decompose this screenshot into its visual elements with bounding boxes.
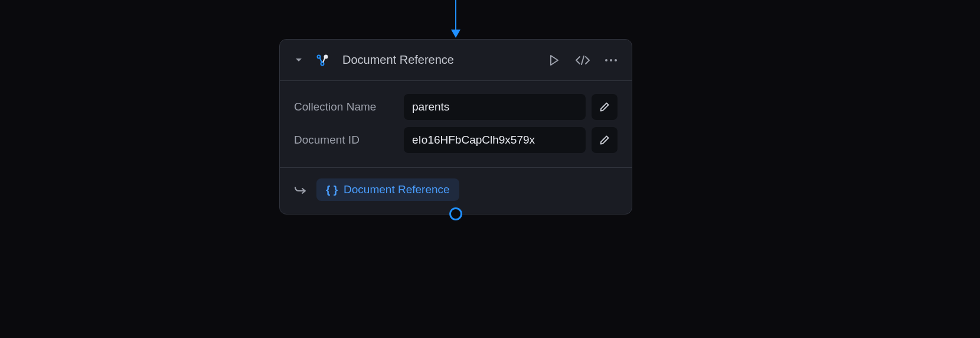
field-row-document-id: Document ID eIo16HFbCapClh9x579x bbox=[294, 127, 618, 153]
code-icon bbox=[575, 56, 590, 65]
node-title: Document Reference bbox=[339, 53, 541, 67]
header-actions bbox=[545, 51, 620, 69]
return-arrow-icon bbox=[294, 185, 307, 194]
play-icon bbox=[550, 55, 559, 66]
incoming-connector-arrow bbox=[451, 30, 460, 38]
more-options-button[interactable] bbox=[602, 51, 620, 69]
caret-down-icon bbox=[295, 58, 302, 63]
braces-icon: { } bbox=[326, 183, 338, 196]
code-view-button[interactable] bbox=[574, 51, 592, 69]
svg-point-2 bbox=[321, 62, 324, 65]
output-chip[interactable]: { } Document Reference bbox=[316, 178, 459, 201]
pencil-icon bbox=[599, 102, 610, 112]
run-button[interactable] bbox=[545, 51, 563, 69]
edit-collection-name-button[interactable] bbox=[592, 94, 618, 120]
field-label: Document ID bbox=[294, 134, 398, 147]
ellipsis-icon bbox=[605, 59, 617, 61]
output-label: Document Reference bbox=[344, 183, 450, 196]
field-label: Collection Name bbox=[294, 100, 398, 113]
pencil-icon bbox=[599, 135, 610, 145]
document-reference-node: Document Reference Co bbox=[279, 39, 632, 214]
collapse-toggle[interactable] bbox=[292, 53, 306, 67]
node-body: Collection Name parents Document ID eIo1… bbox=[280, 81, 632, 167]
field-row-collection-name: Collection Name parents bbox=[294, 94, 618, 120]
output-port-handle[interactable] bbox=[449, 207, 462, 220]
document-id-input[interactable]: eIo16HFbCapClh9x579x bbox=[404, 127, 586, 153]
node-type-icon bbox=[314, 52, 331, 69]
edit-document-id-button[interactable] bbox=[592, 127, 618, 153]
collection-name-input[interactable]: parents bbox=[404, 94, 586, 120]
node-header: Document Reference bbox=[280, 40, 632, 81]
